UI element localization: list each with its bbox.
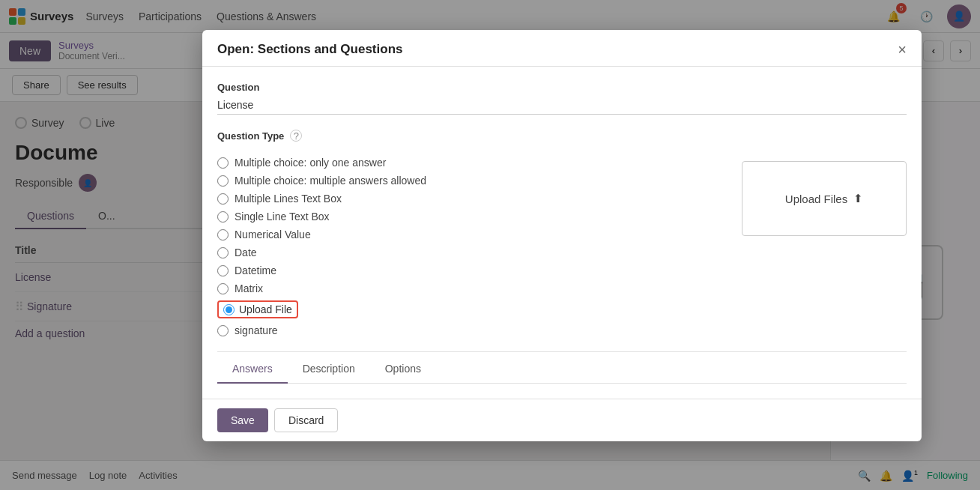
question-type-help[interactable]: ? (290, 130, 302, 142)
type-option-datetime[interactable]: Datetime (217, 261, 727, 279)
type-option-sltb[interactable]: Single Line Text Box (217, 208, 727, 226)
type-options-right: Upload Files ⬆ (742, 154, 907, 339)
upload-box-label: Upload Files (785, 193, 847, 205)
modal: Open: Sections and Questions × Question … (202, 30, 922, 441)
modal-tab-description[interactable]: Description (288, 355, 370, 384)
type-options-left: Multiple choice: only one answer Multipl… (217, 154, 727, 339)
type-option-signature[interactable]: signature (217, 321, 727, 339)
type-option-mc1[interactable]: Multiple choice: only one answer (217, 154, 727, 172)
type-option-mltb[interactable]: Multiple Lines Text Box (217, 190, 727, 208)
modal-footer: Save Discard (202, 399, 922, 441)
modal-tabs: Answers Description Options (217, 355, 907, 384)
type-option-mc2[interactable]: Multiple choice: multiple answers allowe… (217, 172, 727, 190)
save-button[interactable]: Save (217, 408, 268, 432)
type-option-nv[interactable]: Numerical Value (217, 226, 727, 244)
modal-body: Question Question Type ? Multiple choice… (202, 67, 922, 399)
type-option-date[interactable]: Date (217, 244, 727, 261)
upload-box-text: Upload Files ⬆ (785, 192, 863, 205)
modal-header: Open: Sections and Questions × (202, 30, 922, 67)
modal-tab-options[interactable]: Options (370, 355, 436, 384)
question-input[interactable] (217, 96, 907, 115)
type-option-upload[interactable]: Upload File (217, 297, 727, 321)
discard-button[interactable]: Discard (274, 408, 338, 432)
modal-tab-answers[interactable]: Answers (217, 355, 288, 384)
question-type-label: Question Type (217, 130, 284, 142)
modal-title: Open: Sections and Questions (217, 42, 402, 57)
type-option-matrix[interactable]: Matrix (217, 279, 727, 297)
upload-files-box[interactable]: Upload Files ⬆ (742, 161, 907, 236)
question-label: Question (217, 82, 907, 93)
modal-close-button[interactable]: × (898, 42, 907, 57)
upload-radio-wrapper: Upload File (217, 300, 298, 318)
question-type-options: Multiple choice: only one answer Multipl… (217, 154, 907, 339)
upload-icon: ⬆ (853, 192, 863, 205)
